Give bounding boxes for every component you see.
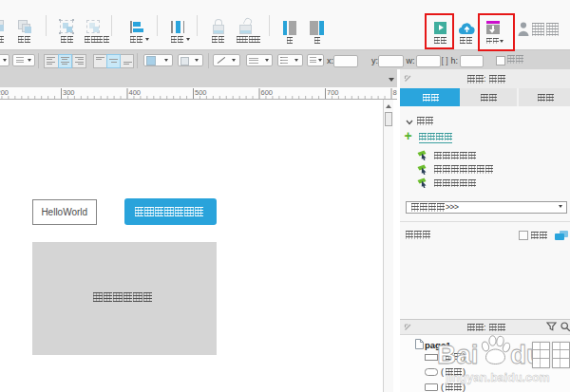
svg-text:300: 300 [63, 88, 75, 97]
svg-text:800: 800 [393, 88, 398, 97]
svg-text:600: 600 [261, 88, 274, 97]
svg-text:700: 700 [327, 88, 339, 97]
svg-text:400: 400 [129, 88, 142, 97]
svg-text:500: 500 [195, 88, 207, 97]
svg-text:200: 200 [0, 88, 9, 97]
